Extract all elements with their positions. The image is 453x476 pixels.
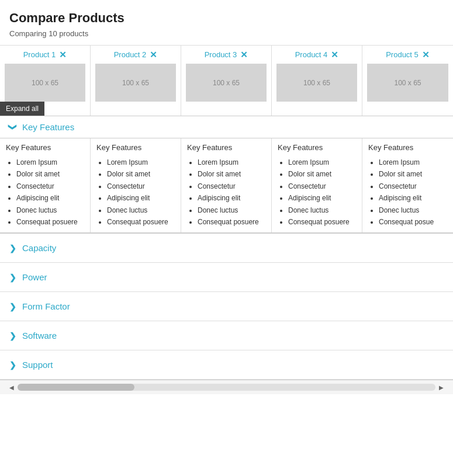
collapsed-section-form-factor[interactable]: ❯ Form Factor <box>0 292 453 321</box>
kf-col-title-2: Key Features <box>96 143 175 152</box>
kf-list-item: Consectetur <box>198 180 265 192</box>
section-title-4: Support <box>22 360 53 370</box>
product-remove-1[interactable]: ✕ <box>59 50 67 59</box>
kf-list-item: Dolor sit amet <box>198 168 265 180</box>
kf-list-item: Consequat posuere <box>198 216 265 228</box>
product-name-2: Product 2 <box>114 50 147 59</box>
kf-list-item: Consequat posuere <box>288 216 356 228</box>
section-chevron-2: ❯ <box>9 302 16 311</box>
key-features-header[interactable]: ❯ Key Features <box>0 116 453 138</box>
kf-list-item: Lorem Ipsum <box>16 157 84 168</box>
kf-list-item: Donec luctus <box>198 204 265 216</box>
kf-list-item: Donec luctus <box>16 204 84 216</box>
section-chevron-3: ❯ <box>9 331 16 341</box>
kf-list-item: Lorem Ipsum <box>107 157 175 168</box>
kf-list-item: Consequat posuere <box>107 216 175 228</box>
product-col-4: Product 4 ✕ 100 x 65 <box>272 46 362 116</box>
collapsed-section-power[interactable]: ❯ Power <box>0 263 453 292</box>
product-name-row-5: Product 5 ✕ <box>367 50 448 59</box>
expand-all-button[interactable]: Expand all <box>0 102 44 116</box>
product-remove-3[interactable]: ✕ <box>240 50 248 59</box>
collapsed-sections-container: ❯ Capacity ❯ Power ❯ Form Factor ❯ Softw… <box>0 234 453 380</box>
section-title-2: Form Factor <box>22 301 70 311</box>
page-header: Compare Products Comparing 10 products <box>0 0 453 46</box>
product-name-row-1: Product 1 ✕ <box>5 50 85 59</box>
product-col-5: Product 5 ✕ 100 x 65 <box>362 46 453 116</box>
kf-list-item: Consectetur <box>16 180 84 192</box>
kf-list-item: Lorem Ipsum <box>288 157 356 168</box>
kf-col-title-1: Key Features <box>6 143 84 152</box>
kf-list-3: Lorem IpsumDolor sit ametConsecteturAdip… <box>187 157 265 228</box>
scrollbar-area: ◀ ▶ <box>0 380 453 394</box>
kf-list-item: Adipiscing elit <box>379 192 447 204</box>
scroll-left-arrow[interactable]: ◀ <box>6 384 18 391</box>
kf-list-4: Lorem IpsumDolor sit ametConsecteturAdip… <box>278 157 356 228</box>
product-image-3: 100 x 65 <box>186 64 267 102</box>
kf-list-item: Adipiscing elit <box>198 192 265 204</box>
key-features-chevron: ❯ <box>8 124 18 131</box>
product-image-2: 100 x 65 <box>95 64 176 102</box>
kf-list-5: Lorem IpsumDolor sit ametConsecteturAdip… <box>368 157 447 228</box>
kf-col-title-4: Key Features <box>278 143 356 152</box>
product-name-5: Product 5 <box>386 50 419 59</box>
product-remove-4[interactable]: ✕ <box>331 50 338 59</box>
kf-col-1: Key Features Lorem IpsumDolor sit ametCo… <box>0 138 91 232</box>
kf-col-title-5: Key Features <box>368 143 447 152</box>
product-name-1: Product 1 <box>23 50 56 59</box>
page-subtitle: Comparing 10 products <box>9 29 444 38</box>
kf-list-item: Donec luctus <box>107 204 175 216</box>
product-name-3: Product 3 <box>205 50 237 59</box>
section-title-3: Software <box>22 331 57 341</box>
product-image-4: 100 x 65 <box>276 64 357 102</box>
scroll-right-arrow[interactable]: ▶ <box>435 384 447 391</box>
kf-list-item: Adipiscing elit <box>288 192 356 204</box>
product-col-3: Product 3 ✕ 100 x 65 <box>181 46 272 116</box>
product-col-2: Product 2 ✕ 100 x 65 <box>91 46 181 116</box>
collapsed-section-capacity[interactable]: ❯ Capacity <box>0 234 453 263</box>
scrollbar-thumb <box>18 384 134 391</box>
key-features-section: ❯ Key Features Key Features Lorem IpsumD… <box>0 116 453 234</box>
product-name-row-2: Product 2 ✕ <box>95 50 176 59</box>
kf-list-item: Donec luctus <box>379 204 447 216</box>
collapsed-section-support[interactable]: ❯ Support <box>0 350 453 380</box>
kf-list-item: Consequat posuere <box>16 216 84 228</box>
product-remove-5[interactable]: ✕ <box>422 50 430 59</box>
kf-list-2: Lorem IpsumDolor sit ametConsecteturAdip… <box>96 157 175 228</box>
kf-col-3: Key Features Lorem IpsumDolor sit ametCo… <box>181 138 272 232</box>
page-title: Compare Products <box>9 11 444 26</box>
section-chevron-1: ❯ <box>9 273 16 282</box>
kf-list-item: Lorem Ipsum <box>379 157 447 168</box>
kf-list-item: Consectetur <box>107 180 175 192</box>
kf-list-item: Donec luctus <box>288 204 356 216</box>
product-image-5: 100 x 65 <box>367 64 448 102</box>
kf-list-1: Lorem IpsumDolor sit ametConsecteturAdip… <box>6 157 84 228</box>
kf-list-item: Dolor sit amet <box>379 168 447 180</box>
kf-col-2: Key Features Lorem IpsumDolor sit ametCo… <box>91 138 181 232</box>
kf-list-item: Consequat posue <box>379 216 447 228</box>
product-name-4: Product 4 <box>295 50 328 59</box>
key-features-content: Key Features Lorem IpsumDolor sit ametCo… <box>0 138 453 233</box>
kf-list-item: Dolor sit amet <box>16 168 84 180</box>
kf-list-item: Consectetur <box>288 180 356 192</box>
kf-list-item: Dolor sit amet <box>288 168 356 180</box>
product-name-row-3: Product 3 ✕ <box>186 50 267 59</box>
section-title-0: Capacity <box>22 243 56 253</box>
section-chevron-0: ❯ <box>9 244 16 253</box>
kf-list-item: Adipiscing elit <box>16 192 84 204</box>
product-remove-2[interactable]: ✕ <box>150 50 157 59</box>
key-features-title: Key Features <box>22 122 74 132</box>
kf-col-5: Key Features Lorem IpsumDolor sit ametCo… <box>362 138 453 232</box>
kf-col-title-3: Key Features <box>187 143 265 152</box>
section-title-1: Power <box>22 272 47 282</box>
product-name-row-4: Product 4 ✕ <box>276 50 357 59</box>
kf-col-4: Key Features Lorem IpsumDolor sit ametCo… <box>272 138 362 232</box>
kf-list-item: Consectetur <box>379 180 447 192</box>
collapsed-section-software[interactable]: ❯ Software <box>0 321 453 350</box>
kf-list-item: Dolor sit amet <box>107 168 175 180</box>
scrollbar-track[interactable] <box>18 384 435 391</box>
section-chevron-4: ❯ <box>9 360 16 370</box>
kf-list-item: Adipiscing elit <box>107 192 175 204</box>
products-area: Expand all Product 1 ✕ 100 x 65 Product … <box>0 46 453 116</box>
kf-list-item: Lorem Ipsum <box>198 157 265 168</box>
product-image-1: 100 x 65 <box>5 64 85 102</box>
